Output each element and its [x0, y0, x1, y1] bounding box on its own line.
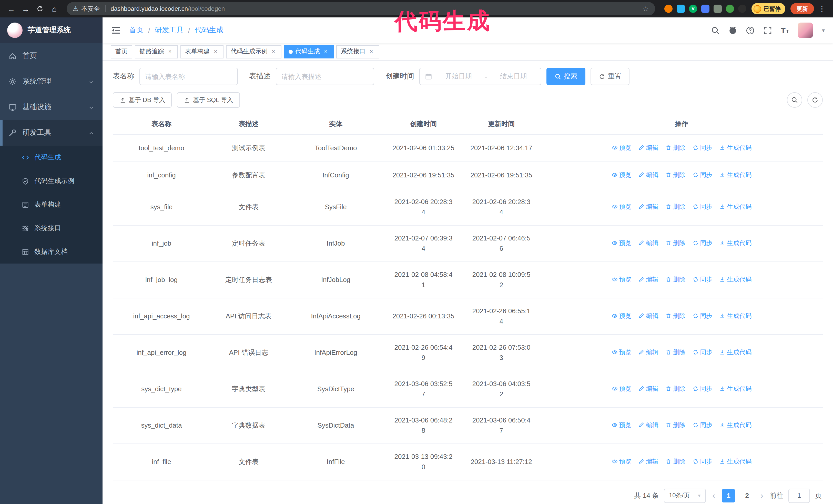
extension-icon-7[interactable] [738, 5, 746, 13]
extension-icon-4[interactable] [701, 5, 710, 13]
extension-icon-1[interactable] [664, 5, 672, 13]
sync-link[interactable]: 同步 [692, 142, 712, 152]
tab-system-api[interactable]: 系统接口× [336, 45, 379, 58]
fullscreen-icon[interactable] [763, 26, 772, 34]
sidebar-item-home[interactable]: 首页 [0, 43, 102, 69]
reload-icon[interactable] [34, 3, 46, 15]
delete-link[interactable]: 删除 [665, 347, 685, 357]
close-icon[interactable]: × [212, 48, 219, 55]
preview-link[interactable]: 预览 [612, 310, 632, 321]
edit-link[interactable]: 编辑 [639, 347, 659, 357]
breadcrumb-dev-tools[interactable]: 研发工具 [155, 26, 184, 35]
sidebar-item-codegen-demo[interactable]: 代码生成示例 [0, 169, 102, 193]
goto-page-input[interactable] [788, 488, 810, 503]
url-bar[interactable]: ⚠ 不安全 dashboard.yudao.iocoder.cn/tool/co… [67, 2, 655, 16]
delete-link[interactable]: 删除 [665, 383, 685, 393]
edit-link[interactable]: 编辑 [639, 383, 659, 393]
preview-link[interactable]: 预览 [612, 169, 632, 180]
import-sql-button[interactable]: 基于 SQL 导入 [177, 92, 240, 108]
edit-link[interactable]: 编辑 [639, 238, 659, 248]
preview-link[interactable]: 预览 [612, 142, 632, 152]
forward-icon[interactable]: → [20, 3, 32, 15]
delete-link[interactable]: 删除 [665, 142, 685, 152]
sync-link[interactable]: 同步 [692, 383, 712, 393]
help-icon[interactable] [746, 26, 755, 34]
generate-code-link[interactable]: 生成代码 [719, 310, 752, 321]
edit-link[interactable]: 编辑 [639, 419, 659, 430]
preview-link[interactable]: 预览 [612, 419, 632, 430]
sidebar-logo[interactable]: 芋道管理系统 [0, 18, 102, 43]
import-db-button[interactable]: 基于 DB 导入 [113, 92, 172, 108]
github-icon[interactable] [729, 26, 737, 34]
sync-link[interactable]: 同步 [692, 310, 712, 321]
sidebar-item-dev-tools[interactable]: 研发工具 [0, 120, 102, 146]
delete-link[interactable]: 删除 [665, 274, 685, 284]
page-size-select[interactable]: 10条/页 ▾ [664, 488, 706, 503]
delete-link[interactable]: 删除 [665, 201, 685, 212]
bookmark-star-icon[interactable]: ☆ [643, 5, 649, 13]
close-icon[interactable]: × [167, 48, 173, 55]
sidebar-item-system[interactable]: 系统管理 [0, 69, 102, 94]
delete-link[interactable]: 删除 [665, 169, 685, 180]
delete-link[interactable]: 删除 [665, 310, 685, 321]
tab-codegen[interactable]: 代码生成× [284, 45, 334, 58]
next-page-button[interactable]: › [759, 491, 765, 500]
delete-link[interactable]: 删除 [665, 238, 685, 248]
toggle-search-button[interactable] [787, 92, 802, 108]
delete-link[interactable]: 删除 [665, 456, 685, 466]
delete-link[interactable]: 删除 [665, 419, 685, 430]
sync-link[interactable]: 同步 [692, 456, 712, 466]
tab-home[interactable]: 首页 [111, 45, 132, 58]
create-time-range-picker[interactable]: 开始日期 - 结束日期 [419, 68, 541, 85]
extension-icon-6[interactable] [726, 5, 734, 13]
sidebar-item-db-doc[interactable]: 数据库文档 [0, 240, 102, 264]
generate-code-link[interactable]: 生成代码 [719, 274, 752, 284]
reset-button[interactable]: 重置 [591, 68, 629, 85]
sync-link[interactable]: 同步 [692, 274, 712, 284]
browser-update-button[interactable]: 更新 [790, 3, 814, 14]
extension-icon-3[interactable]: V [689, 5, 697, 13]
generate-code-link[interactable]: 生成代码 [719, 456, 752, 466]
edit-link[interactable]: 编辑 [639, 274, 659, 284]
sidebar-item-form-builder[interactable]: 表单构建 [0, 193, 102, 216]
table-desc-input[interactable] [276, 68, 374, 85]
sync-link[interactable]: 同步 [692, 419, 712, 430]
edit-link[interactable]: 编辑 [639, 201, 659, 212]
close-icon[interactable]: × [368, 48, 375, 55]
sidebar-collapse-icon[interactable] [111, 25, 121, 35]
sync-link[interactable]: 同步 [692, 201, 712, 212]
edit-link[interactable]: 编辑 [639, 142, 659, 152]
preview-link[interactable]: 预览 [612, 347, 632, 357]
generate-code-link[interactable]: 生成代码 [719, 142, 752, 152]
generate-code-link[interactable]: 生成代码 [719, 347, 752, 357]
generate-code-link[interactable]: 生成代码 [719, 201, 752, 212]
breadcrumb-home[interactable]: 首页 [129, 26, 144, 35]
tab-form-builder[interactable]: 表单构建× [181, 45, 223, 58]
back-icon[interactable]: ← [5, 3, 18, 15]
sidebar-item-infrastructure[interactable]: 基础设施 [0, 94, 102, 120]
home-icon[interactable]: ⌂ [48, 3, 61, 15]
preview-link[interactable]: 预览 [612, 274, 632, 284]
sidebar-item-codegen[interactable]: 代码生成 [0, 146, 102, 169]
page-2-button[interactable]: 2 [740, 489, 754, 502]
generate-code-link[interactable]: 生成代码 [719, 383, 752, 393]
sidebar-item-system-api[interactable]: 系统接口 [0, 216, 102, 240]
security-warning-icon[interactable]: ⚠ [73, 5, 78, 12]
refresh-button[interactable] [807, 92, 823, 108]
preview-link[interactable]: 预览 [612, 201, 632, 212]
page-1-button[interactable]: 1 [722, 489, 735, 502]
prev-page-button[interactable]: ‹ [711, 491, 717, 500]
edit-link[interactable]: 编辑 [639, 310, 659, 321]
browser-menu-icon[interactable]: ⋮ [816, 4, 828, 13]
generate-code-link[interactable]: 生成代码 [719, 419, 752, 430]
close-icon[interactable]: × [270, 48, 277, 55]
tab-tracing[interactable]: 链路追踪× [135, 45, 178, 58]
user-avatar[interactable] [798, 23, 813, 38]
edit-link[interactable]: 编辑 [639, 456, 659, 466]
table-name-input[interactable] [139, 68, 238, 85]
extension-icon-2[interactable] [677, 5, 685, 13]
generate-code-link[interactable]: 生成代码 [719, 238, 752, 248]
sync-link[interactable]: 同步 [692, 238, 712, 248]
font-size-icon[interactable]: TT [781, 26, 789, 34]
preview-link[interactable]: 预览 [612, 383, 632, 393]
